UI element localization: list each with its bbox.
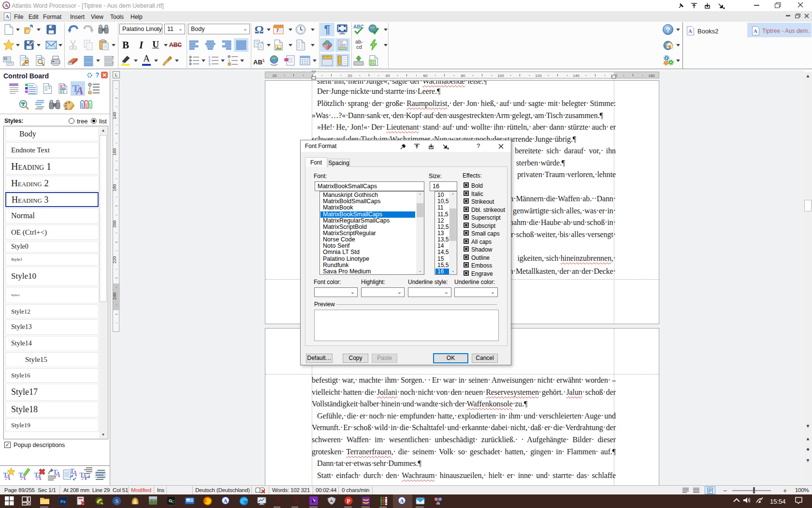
svg-text:A: A <box>4 2 8 8</box>
svg-text:¶: ¶ <box>112 56 114 59</box>
svg-text:A: A <box>400 498 404 504</box>
svg-text:A: A <box>688 28 692 34</box>
svg-text:A: A <box>330 499 333 503</box>
svg-text:A: A <box>5 14 9 19</box>
svg-text:S: S <box>115 497 118 505</box>
svg-text:P: P <box>347 498 350 505</box>
svg-text:A: A <box>224 498 228 504</box>
svg-text:1: 1 <box>88 87 91 91</box>
svg-text:¶: ¶ <box>112 61 114 65</box>
svg-text:3: 3 <box>208 62 211 66</box>
svg-text:A: A <box>754 28 757 34</box>
svg-text:?: ? <box>666 26 670 34</box>
svg-text:1: 1 <box>228 59 231 63</box>
svg-text:C: C <box>172 499 175 504</box>
svg-text:Ps: Ps <box>60 499 66 504</box>
